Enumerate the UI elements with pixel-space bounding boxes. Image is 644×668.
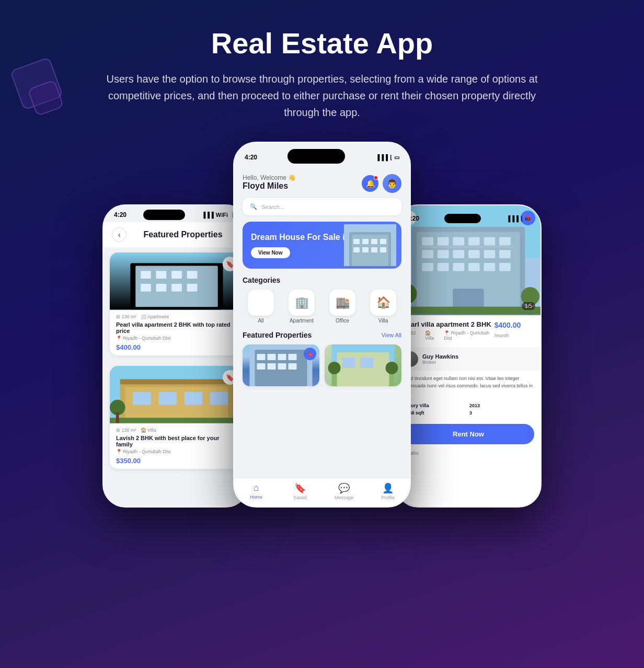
featured-card-2[interactable] bbox=[325, 344, 401, 386]
left-phone-header: ‹ Featured Properties bbox=[104, 222, 248, 247]
wifi-icon: WiFi bbox=[216, 212, 228, 218]
header-row: Hello, Welcome 👋 Floyd Miles 🔔 👨 bbox=[243, 174, 401, 193]
svg-rect-10 bbox=[187, 284, 198, 292]
view-all-link[interactable]: View All bbox=[382, 332, 401, 338]
office-category-icon: 🏬 bbox=[329, 290, 355, 316]
image-counter: 1/5 bbox=[522, 302, 535, 310]
svg-rect-58 bbox=[453, 237, 464, 246]
property-detail-meta: ⊞ 132 m² 🏠 Villa 📍 Riyadh - Qurtubah Dis… bbox=[402, 330, 494, 341]
property-2-location: 📍 Riyadh - Qurtubah Dist bbox=[116, 449, 235, 454]
notification-button[interactable]: 🔔 bbox=[362, 175, 378, 192]
category-all[interactable]: ⊞ All bbox=[243, 290, 279, 324]
svg-rect-21 bbox=[110, 418, 242, 423]
office-category-label: Office bbox=[324, 318, 361, 324]
svg-rect-72 bbox=[484, 263, 496, 271]
svg-rect-38 bbox=[268, 354, 276, 360]
rent-now-button[interactable]: Rent Now bbox=[402, 424, 534, 444]
search-icon: 🔍 bbox=[250, 203, 257, 210]
building-illustration-2 bbox=[110, 366, 242, 423]
home-nav-icon: ⌂ bbox=[234, 482, 278, 493]
svg-rect-40 bbox=[289, 354, 297, 360]
svg-rect-66 bbox=[484, 250, 496, 258]
back-button[interactable]: ‹ bbox=[112, 227, 126, 242]
user-name: Floyd Miles bbox=[243, 181, 296, 191]
svg-rect-6 bbox=[187, 271, 198, 279]
banner-building-svg bbox=[344, 224, 396, 266]
svg-rect-59 bbox=[468, 237, 480, 246]
svg-rect-17 bbox=[133, 392, 151, 405]
user-avatar[interactable]: 👨 bbox=[383, 174, 401, 193]
view-now-button[interactable]: View Now bbox=[251, 247, 290, 258]
saved-nav-icon: 🔖 bbox=[278, 482, 322, 494]
left-phone-screen: 4:20 ▐▐▐ WiFi 🔋 ‹ Featured Properties bbox=[104, 205, 248, 506]
category-apartment[interactable]: 🏢 Apartment bbox=[283, 290, 320, 324]
svg-rect-11 bbox=[138, 268, 154, 270]
property-card-1[interactable]: 🔖 ⊞ 130 m² ⬜ Apartment Pearl villa apart… bbox=[110, 252, 242, 355]
svg-rect-65 bbox=[468, 250, 480, 258]
category-villa[interactable]: 🏠 Villa bbox=[365, 290, 401, 324]
right-battery-icon: ▭ bbox=[525, 215, 530, 222]
detail-area: 1,548 sqft bbox=[402, 410, 467, 416]
svg-rect-85 bbox=[396, 307, 540, 315]
featured-card-1-save[interactable]: 🔖 bbox=[304, 348, 316, 360]
svg-rect-70 bbox=[453, 263, 464, 271]
svg-rect-44 bbox=[289, 363, 297, 370]
detail-rooms-value: 3 bbox=[469, 410, 472, 416]
svg-rect-49 bbox=[361, 358, 374, 368]
featured-card-2-image bbox=[325, 344, 401, 386]
broker-role: Broker bbox=[422, 360, 458, 365]
broker-section: Guy Hawkins Broker bbox=[396, 347, 540, 371]
page-title: Real Estate App bbox=[105, 26, 539, 60]
svg-rect-57 bbox=[438, 237, 449, 246]
svg-rect-47 bbox=[337, 352, 389, 386]
location-detail: 📍 Riyadh - Qurtubah Dist bbox=[444, 330, 494, 341]
greeting-text: Hello, Welcome 👋 bbox=[243, 174, 296, 181]
svg-rect-64 bbox=[453, 250, 464, 258]
message-nav-icon: 💬 bbox=[322, 482, 366, 494]
svg-rect-56 bbox=[422, 237, 433, 246]
center-dynamic-island bbox=[288, 149, 345, 164]
categories-list: ⊞ All 🏢 Apartment 🏬 Office 🏠 Villa bbox=[234, 290, 410, 324]
phone-property-detail: 4:20 ▐▐▐ ⌊ ▭ bbox=[395, 204, 542, 508]
property-1-title: Pearl villa apartment 2 BHK with top rat… bbox=[116, 321, 235, 334]
svg-rect-34 bbox=[380, 247, 386, 252]
svg-rect-3 bbox=[141, 271, 151, 279]
promo-banner[interactable]: Dream House For Sale in 20% View Now bbox=[243, 222, 401, 269]
svg-rect-76 bbox=[451, 246, 467, 248]
svg-rect-8 bbox=[156, 284, 167, 292]
price-period: /month bbox=[494, 333, 509, 338]
location-2-icon: 📍 bbox=[116, 449, 122, 454]
svg-rect-43 bbox=[278, 363, 286, 370]
apartment-category-label: Apartment bbox=[283, 318, 320, 324]
featured-grid: 🔖 bbox=[234, 344, 410, 386]
category-office[interactable]: 🏬 Office bbox=[324, 290, 361, 324]
type-2-icon: 🏠 Villa bbox=[141, 428, 156, 433]
nav-saved[interactable]: 🔖 Saved bbox=[278, 482, 322, 500]
featured-properties-title: Featured Properties bbox=[126, 230, 239, 239]
featured-card-1[interactable]: 🔖 bbox=[243, 344, 319, 386]
type-icon: ⬜ Apartment bbox=[141, 314, 169, 319]
nav-profile[interactable]: 👤 Profile bbox=[366, 482, 410, 500]
svg-rect-41 bbox=[257, 363, 266, 370]
notification-dot bbox=[374, 176, 378, 180]
svg-rect-68 bbox=[422, 263, 433, 271]
center-status-icons: ▐▐▐ ⌊ ▭ bbox=[376, 154, 399, 161]
property-card-2[interactable]: 🔖 ⊞ 130 m² 🏠 Villa Lavish 2 BHK with bes… bbox=[110, 366, 242, 469]
price-section: $400.00 /month bbox=[494, 320, 534, 339]
search-bar[interactable]: 🔍 Search... bbox=[243, 198, 401, 215]
property-details-grid: Luxury Villa 2013 1,548 sqft 3 bbox=[396, 401, 540, 420]
center-signal-icon: ▐▐▐ bbox=[376, 154, 388, 160]
property-description: s nisl tincidunt eget nullam non nisi es… bbox=[396, 371, 540, 401]
left-status-icons: ▐▐▐ WiFi 🔋 bbox=[201, 212, 237, 218]
user-info: Hello, Welcome 👋 Floyd Miles bbox=[243, 174, 296, 191]
right-signal-icon: ▐▐▐ bbox=[507, 215, 519, 222]
svg-rect-31 bbox=[353, 247, 360, 252]
apartment-category-icon: 🏢 bbox=[289, 290, 315, 316]
featured-section-header: Featured Properties View All bbox=[234, 331, 410, 339]
svg-rect-73 bbox=[499, 263, 511, 271]
right-status-icons: ▐▐▐ ⌊ ▭ bbox=[507, 215, 530, 222]
property-1-meta: ⊞ 130 m² ⬜ Apartment bbox=[116, 314, 235, 319]
villa-category-label: Villa bbox=[365, 318, 401, 324]
nav-message[interactable]: 💬 Message bbox=[322, 482, 366, 500]
nav-home[interactable]: ⌂ Home bbox=[234, 482, 278, 500]
